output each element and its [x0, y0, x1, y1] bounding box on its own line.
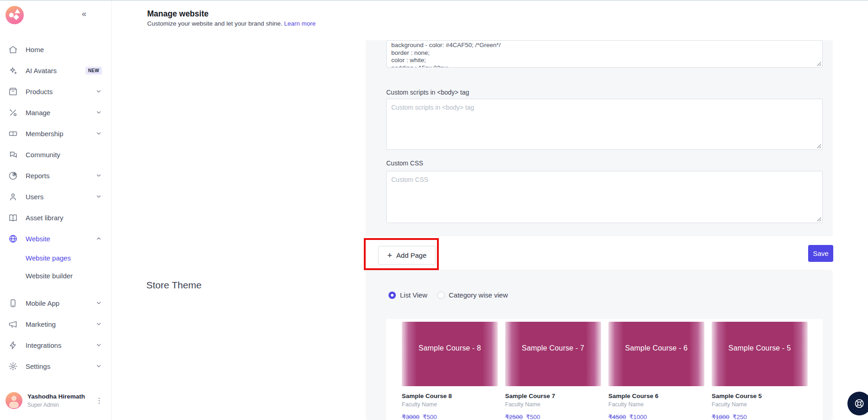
course-thumbnail-text: Sample Course - 5	[729, 344, 791, 352]
sidebar-item-label: AI Avatars	[26, 67, 85, 74]
sidebar-header: «	[0, 0, 111, 39]
course-thumbnail-text: Sample Course - 7	[522, 344, 585, 352]
sidebar-item-ai-avatars[interactable]: AI AvatarsNEW	[0, 60, 111, 81]
sidebar-item-integrations[interactable]: Integrations	[0, 335, 111, 356]
course-list: Sample Course - 8Sample Course 8Faculty …	[386, 319, 823, 420]
radio-unselected-icon[interactable]	[437, 292, 445, 299]
top-divider	[0, 0, 868, 1]
save-button[interactable]: Save	[808, 245, 833, 262]
course-original-price: ₹4500	[608, 414, 626, 420]
sidebar-nav: HomeAI AvatarsNEWProductsManageMembershi…	[0, 39, 111, 377]
sidebar-item-label: Membership	[26, 130, 96, 138]
brand-logo[interactable]	[5, 6, 24, 24]
head-scripts-textarea[interactable]: background - color: #4CAF50; /*Green*/ b…	[386, 40, 823, 68]
course-card[interactable]: Sample Course - 8Sample Course 8Faculty …	[402, 322, 498, 420]
course-thumbnail: Sample Course - 6	[608, 322, 704, 386]
page-title: Manage website	[147, 9, 208, 19]
course-thumbnail-text: Sample Course - 8	[419, 344, 481, 352]
logo-diamond-shape	[13, 14, 19, 20]
sidebar-item-label: Reports	[26, 172, 96, 180]
page-subtitle: Customize your website and let your bran…	[147, 20, 315, 27]
course-card[interactable]: Sample Course - 5Sample Course 5Faculty …	[712, 322, 808, 420]
pie-icon	[8, 171, 18, 181]
sidebar-item-asset-library[interactable]: Asset library	[0, 207, 111, 228]
sidebar-user[interactable]: Yashodha Hiremath Super Admin ⋮	[0, 383, 111, 417]
tools-icon	[8, 108, 18, 117]
course-discounted-price: ₹500	[526, 414, 540, 420]
course-faculty: Faculty Name	[402, 401, 498, 408]
view-option-list-view[interactable]: List View	[389, 291, 427, 299]
sidebar-item-membership[interactable]: Membership	[0, 123, 111, 144]
plus-icon: +	[387, 251, 392, 260]
sidebar-item-website-builder[interactable]: Website builder	[0, 267, 111, 285]
view-option-category-wise-view[interactable]: Category wise view	[437, 291, 508, 299]
box-icon	[8, 87, 18, 96]
course-price-row: ₹2500₹500	[505, 413, 601, 420]
globe-icon	[8, 234, 18, 244]
course-title: Sample Course 6	[608, 393, 704, 399]
user-meta: Yashodha Hiremath Super Admin	[27, 393, 94, 408]
user-icon	[8, 192, 18, 202]
course-discounted-price: ₹500	[423, 414, 437, 420]
view-option-label: List View	[400, 291, 427, 299]
user-avatar	[5, 392, 22, 409]
logo-triangle-shape	[15, 9, 20, 13]
chevron-down-icon	[96, 193, 102, 200]
course-original-price: ₹1800	[712, 414, 730, 420]
course-card[interactable]: Sample Course - 6Sample Course 6Faculty …	[608, 322, 704, 420]
sidebar-item-label: Website	[26, 235, 96, 243]
home-icon	[8, 45, 18, 54]
sidebar-item-label: Website builder	[26, 272, 102, 280]
view-option-label: Category wise view	[449, 291, 508, 299]
sidebar-item-settings[interactable]: Settings	[0, 356, 111, 377]
sidebar-item-label: Settings	[26, 362, 96, 370]
chevron-down-icon	[96, 342, 102, 348]
course-title: Sample Course 8	[402, 393, 498, 399]
user-name: Yashodha Hiremath	[27, 393, 94, 400]
sidebar-item-products[interactable]: Products	[0, 81, 111, 102]
body-scripts-field-wrap	[386, 99, 823, 150]
course-faculty: Faculty Name	[608, 401, 704, 408]
sidebar-item-reports[interactable]: Reports	[0, 165, 111, 186]
sidebar-item-users[interactable]: Users	[0, 186, 111, 207]
course-thumbnail: Sample Course - 7	[505, 322, 601, 386]
sidebar-item-home[interactable]: Home	[0, 39, 111, 60]
body-scripts-label: Custom scripts in <body> tag	[386, 89, 469, 96]
course-price-row: ₹3000₹500	[402, 413, 498, 420]
custom-code-panel: background - color: #4CAF50; /*Green*/ b…	[366, 40, 833, 236]
sidebar-item-website[interactable]: Website	[0, 228, 111, 249]
chevron-down-icon	[96, 109, 102, 116]
radio-selected-icon[interactable]	[389, 292, 396, 299]
avatar-head	[11, 396, 16, 401]
ticket-icon	[8, 129, 18, 138]
sidebar-item-mobile-app[interactable]: Mobile App	[0, 292, 111, 314]
add-page-label: Add Page	[396, 251, 426, 259]
sidebar-item-label: Website pages	[26, 254, 102, 262]
sidebar-item-manage[interactable]: Manage	[0, 102, 111, 123]
sidebar-item-label: Marketing	[26, 320, 96, 328]
bolt-icon	[8, 340, 18, 350]
user-menu-kebab-icon[interactable]: ⋮	[94, 395, 105, 406]
sidebar-item-label: Mobile App	[26, 299, 96, 307]
lifebuoy-icon	[853, 398, 865, 409]
view-options: List ViewCategory wise view	[389, 291, 508, 299]
body-scripts-textarea[interactable]	[386, 99, 823, 150]
book-icon	[8, 213, 18, 223]
learn-more-link[interactable]: Learn more	[284, 20, 315, 27]
custom-css-textarea[interactable]	[386, 171, 823, 223]
chevron-down-icon	[96, 130, 102, 137]
sidebar-item-marketing[interactable]: Marketing	[0, 314, 111, 335]
course-title: Sample Course 5	[712, 393, 808, 399]
chevron-down-icon	[96, 172, 102, 179]
sidebar-item-website-pages[interactable]: Website pages	[0, 249, 111, 267]
megaphone-icon	[8, 319, 18, 329]
course-card[interactable]: Sample Course - 7Sample Course 7Faculty …	[505, 322, 601, 420]
course-discounted-price: ₹1000	[629, 414, 647, 420]
help-button[interactable]	[847, 392, 868, 415]
chevron-up-icon	[96, 235, 102, 242]
course-price-row: ₹1800₹250	[712, 413, 808, 420]
add-page-button[interactable]: + Add Page	[378, 246, 436, 265]
sidebar-item-label: Community	[26, 151, 102, 159]
sidebar-collapse-icon[interactable]: «	[82, 9, 86, 19]
sidebar-item-community[interactable]: Community	[0, 144, 111, 165]
